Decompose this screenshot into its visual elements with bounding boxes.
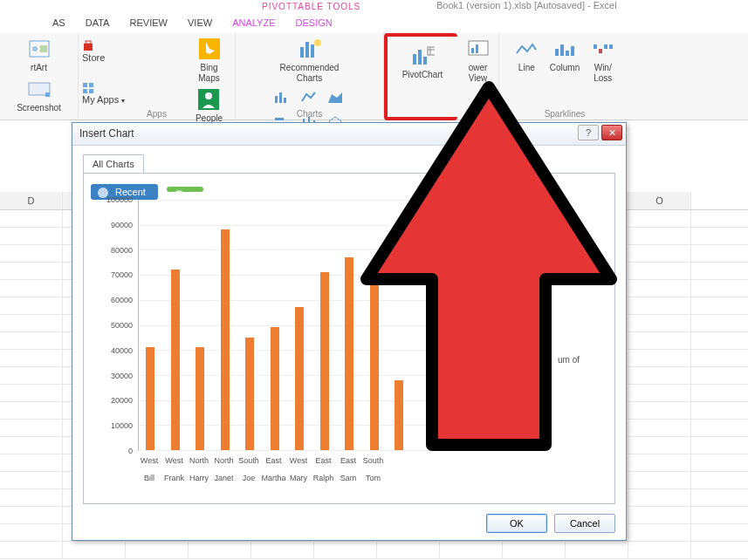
chart-bar <box>370 277 379 450</box>
bing-icon <box>197 37 222 61</box>
chart-bar <box>320 272 329 450</box>
svg-rect-18 <box>275 96 278 103</box>
ribbon: rtArt Screenshot Store My Apps ▾ Bing Ma… <box>0 33 748 120</box>
column-header[interactable]: D <box>0 192 63 209</box>
chart-bar <box>271 327 279 450</box>
ribbon-tabs: AS DATA REVIEW VIEW ANALYZE DESIGN <box>0 14 748 33</box>
chart-y-axis: 0100002000030000400005000060000700008000… <box>84 200 136 451</box>
chart-preview-panel: Recent 010000200003000040000500006000070… <box>83 173 615 504</box>
sparkline-line-button[interactable]: Line <box>511 33 542 73</box>
svg-rect-20 <box>284 98 286 103</box>
column-header[interactable]: O <box>628 192 691 209</box>
svg-rect-19 <box>279 92 282 103</box>
smartart-icon <box>27 37 51 61</box>
sparkline-winloss-icon <box>591 37 615 61</box>
sparkline-line-icon <box>514 37 539 61</box>
svg-rect-49 <box>599 49 602 53</box>
chart-plot-area <box>138 200 518 451</box>
smartart-button[interactable]: rtArt <box>24 33 55 73</box>
svg-rect-51 <box>609 44 613 49</box>
svg-point-17 <box>314 39 321 46</box>
svg-rect-37 <box>423 57 427 65</box>
svg-rect-8 <box>89 83 93 87</box>
svg-rect-9 <box>83 89 87 93</box>
cancel-button[interactable]: Cancel <box>554 514 615 533</box>
pivotchart-button[interactable]: PivotChart <box>399 37 447 80</box>
help-button[interactable]: ? <box>578 125 599 140</box>
svg-rect-14 <box>300 47 304 58</box>
myapps-button[interactable]: My Apps ▾ <box>82 80 180 106</box>
svg-rect-42 <box>471 48 474 53</box>
svg-rect-44 <box>555 49 559 56</box>
svg-point-13 <box>205 92 212 99</box>
svg-rect-46 <box>566 51 569 56</box>
svg-point-1 <box>32 46 38 51</box>
sparkline-column-button[interactable]: Column <box>546 33 583 73</box>
svg-rect-15 <box>305 42 309 58</box>
chart-bar <box>221 229 230 450</box>
chart-bar <box>146 347 154 450</box>
ok-button[interactable]: OK <box>486 514 547 533</box>
svg-rect-36 <box>418 50 422 65</box>
chart-bar <box>196 347 204 450</box>
grid-row[interactable] <box>0 542 748 559</box>
sparkline-winloss-button[interactable]: Win/ Loss <box>587 33 619 84</box>
recommended-charts-button[interactable]: Recommended Charts <box>276 33 344 84</box>
svg-rect-16 <box>311 44 314 58</box>
chart-bar <box>245 338 254 450</box>
svg-rect-45 <box>560 44 564 56</box>
svg-marker-21 <box>328 92 342 103</box>
svg-rect-50 <box>604 44 607 49</box>
svg-rect-5 <box>84 44 93 51</box>
svg-rect-47 <box>571 46 574 56</box>
column-chart-icon[interactable] <box>273 89 292 108</box>
svg-rect-43 <box>476 44 478 53</box>
power-view-button[interactable]: ower View <box>463 33 494 84</box>
chart-legend-partial: um of <box>558 355 580 365</box>
svg-rect-48 <box>594 44 597 49</box>
svg-rect-6 <box>86 41 91 44</box>
screenshot-icon <box>27 77 51 101</box>
tab-as[interactable]: AS <box>44 14 74 31</box>
apps-group-label: Apps <box>79 109 235 119</box>
store-button[interactable]: Store <box>82 38 180 65</box>
people-graph-icon <box>196 87 221 112</box>
tab-design[interactable]: DESIGN <box>287 14 341 31</box>
charts-group-label: Charts <box>236 109 383 119</box>
chart-bar <box>345 257 353 450</box>
power-view-icon <box>466 37 491 61</box>
tab-review[interactable]: REVIEW <box>121 14 176 31</box>
pivotchart-icon <box>410 44 435 68</box>
svg-rect-2 <box>40 45 47 52</box>
bing-maps-button[interactable]: Bing Maps <box>194 33 225 84</box>
sparkline-column-icon <box>552 37 577 61</box>
chart-x-axis: WestBillWestFrankNorthHarryNorthJanetSou… <box>138 454 518 496</box>
area-chart-icon[interactable] <box>326 89 346 108</box>
svg-rect-4 <box>45 92 50 97</box>
svg-rect-38 <box>428 47 435 55</box>
svg-rect-35 <box>413 54 416 65</box>
tab-data[interactable]: DATA <box>77 14 119 31</box>
svg-rect-7 <box>83 83 87 87</box>
svg-rect-10 <box>89 89 93 93</box>
context-tools-label: PIVOTTABLE TOOLS <box>262 2 360 11</box>
close-button[interactable]: ✕ <box>601 125 622 140</box>
pill-template[interactable] <box>167 187 203 192</box>
chart-bar <box>295 307 304 450</box>
window-title: Book1 (version 1).xlsb [Autosaved] - Exc… <box>436 0 617 10</box>
tab-analyze[interactable]: ANALYZE <box>223 14 284 31</box>
dialog-title: Insert Chart <box>79 127 134 140</box>
chart-bar <box>171 270 180 450</box>
tab-all-charts[interactable]: All Charts <box>83 154 144 173</box>
recommended-charts-icon <box>298 37 322 61</box>
tab-view[interactable]: VIEW <box>179 14 221 31</box>
sparklines-group-label: Sparklines <box>499 109 630 119</box>
screenshot-button[interactable]: Screenshot <box>13 73 65 113</box>
insert-chart-dialog: Insert Chart ? ✕ All Charts Recent 01000… <box>72 122 627 541</box>
line-chart-icon[interactable] <box>300 89 319 108</box>
reports-group-label: eports <box>457 109 498 119</box>
